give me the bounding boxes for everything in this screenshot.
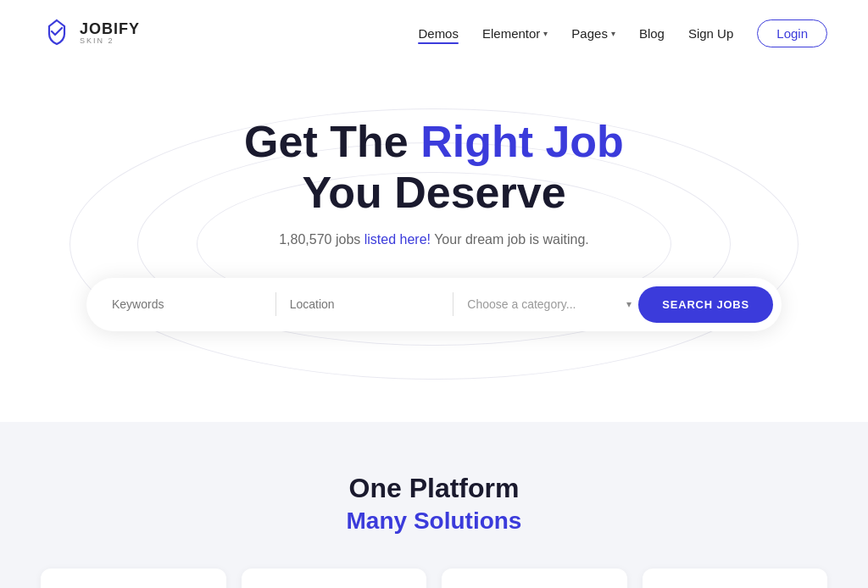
category-select[interactable]: Choose a category... Design Development … [459,291,638,318]
category-cards: 📢 Marketing & ⚙️ Design & 👥 Human Resear… [41,569,827,588]
search-divider-2 [453,292,453,316]
hero-title-part2: You Deserve [302,168,565,217]
login-button[interactable]: Login [757,19,827,47]
hero-title-accent: Right Job [420,117,624,166]
logo-icon [41,15,73,51]
hero-subtitle-accent: listed here! [364,232,431,247]
category-card-finance[interactable]: 💼 Finance [643,569,828,588]
signup-button[interactable]: Sign Up [688,26,733,41]
nav-links: Demos Elementor ▾ Pages ▾ Blog Sign Up L… [418,19,827,47]
nav-blog[interactable]: Blog [639,26,665,41]
logo-subtitle: SKIN 2 [80,37,140,45]
category-card-design[interactable]: ⚙️ Design & [242,569,427,588]
hero-subtitle: 1,80,570 jobs listed here! Your dream jo… [17,232,851,247]
logo: JOBIFY SKIN 2 [41,15,140,51]
platform-title: One Platform [41,473,827,504]
hero-subtitle-plain: 1,80,570 jobs [279,232,364,247]
hero-subtitle-rest: Your dream job is waiting. [431,232,589,247]
nav-demos[interactable]: Demos [418,26,459,41]
keywords-input[interactable] [103,291,270,318]
logo-text: JOBIFY SKIN 2 [80,21,140,45]
nav-elementor[interactable]: Elementor ▾ [482,26,548,41]
category-card-human[interactable]: 👥 Human Research & [442,569,627,588]
search-divider-1 [275,292,276,316]
chevron-down-icon: ▾ [543,29,548,38]
location-input[interactable] [281,291,448,318]
nav-pages[interactable]: Pages ▾ [571,26,615,41]
logo-title: JOBIFY [80,21,140,36]
category-wrapper: Choose a category... Design Development … [459,291,638,318]
hero-title: Get The Right Job You Deserve [17,117,851,219]
hero-section: Get The Right Job You Deserve 1,80,570 j… [0,66,868,422]
navbar: JOBIFY SKIN 2 Demos Elementor ▾ Pages ▾ … [0,0,868,66]
chevron-down-icon: ▾ [611,29,615,38]
search-bar: Choose a category... Design Development … [86,278,782,331]
platform-section: One Platform Many Solutions 📢 Marketing … [0,422,868,588]
platform-subtitle: Many Solutions [41,508,827,535]
search-button[interactable]: SEARCH JOBS [638,286,773,323]
category-card-marketing[interactable]: 📢 Marketing & [41,569,226,588]
hero-title-part1: Get The [244,117,420,166]
